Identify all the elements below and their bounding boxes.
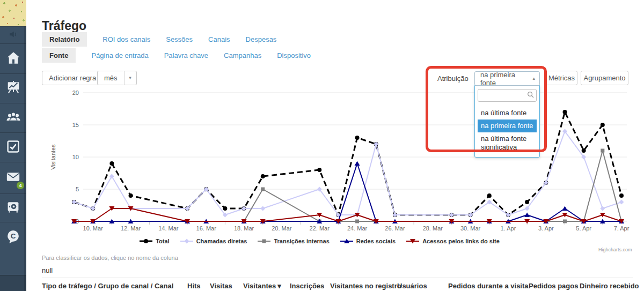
search-icon	[527, 91, 534, 98]
secondary-tabs: FontePágina de entradaPalavra chaveCampa…	[42, 48, 311, 63]
sidebar: 4 C	[0, 0, 26, 291]
dropdown-options: na última fontena primeira fontena últim…	[478, 107, 537, 154]
sort-caret-icon: ▾	[277, 282, 281, 290]
traffic-chart: 05101520Visitantes10. Mar12. Mar14. Mar1…	[0, 88, 644, 249]
series-2	[242, 149, 623, 223]
metrics-label: Métricas	[548, 74, 575, 82]
dropdown-option-2[interactable]: na última fonte significativa	[478, 132, 537, 154]
legend-label: Total	[156, 238, 169, 244]
svg-text:Visitantes: Visitantes	[50, 144, 56, 170]
svg-text:14. Mar: 14. Mar	[158, 225, 179, 232]
column-header-2[interactable]: Visitas	[210, 282, 232, 290]
legend-label: Chamadas diretas	[196, 238, 247, 244]
people-icon	[6, 110, 21, 125]
svg-text:28. Mar: 28. Mar	[423, 225, 443, 232]
sidebar-item-announcements[interactable]	[0, 26, 26, 43]
column-header-8[interactable]: Pedidos pagos	[529, 282, 578, 290]
table-header-row: Tipo de tráfego / Grupo de canal / Canal…	[0, 282, 644, 291]
svg-text:16. Mar: 16. Mar	[196, 225, 217, 232]
page-title: Tráfego	[42, 19, 86, 33]
highcharts-credit[interactable]: Highcharts.com	[598, 247, 632, 252]
column-header-7[interactable]: Pedidos durante a visita	[448, 282, 529, 290]
subtab-campanhas[interactable]: Campanhas	[224, 48, 261, 63]
caret-up-icon: ▴	[532, 76, 535, 81]
dropdown-search-input[interactable]	[480, 90, 529, 101]
legend-item-3[interactable]: Redes sociais	[340, 238, 396, 244]
tab-sessões[interactable]: Sessões	[166, 32, 193, 47]
attribution-select[interactable]: na primeira fonte ▴	[474, 71, 540, 86]
legend-square-icon	[257, 238, 271, 244]
svg-text:1. Apr: 1. Apr	[501, 225, 516, 232]
subtab-dispositivo[interactable]: Dispositivo	[277, 48, 311, 63]
legend-label: Redes sociais	[356, 238, 396, 244]
tab-relatório[interactable]: Relatório	[42, 32, 87, 47]
chat-c-icon: C	[6, 229, 20, 246]
sidebar-item-vault[interactable]	[0, 193, 26, 222]
mail-badge: 4	[17, 182, 24, 189]
column-header-3[interactable]: Visitantes▾	[243, 282, 276, 290]
dropdown-option-1[interactable]: na primeira fonte	[478, 120, 537, 132]
tab-despesas[interactable]: Despesas	[246, 32, 277, 47]
speaker-muted-icon	[9, 31, 18, 40]
caret-down-icon: ▾	[129, 76, 131, 80]
grouping-label: Agrupamento	[583, 74, 625, 82]
metrics-button[interactable]: Métricas	[546, 71, 577, 85]
attribution-label: Atribuição	[437, 74, 469, 83]
sidebar-item-chat[interactable]: C	[0, 222, 26, 252]
attribution-dropdown: na última fontena primeira fontena últim…	[474, 85, 540, 158]
add-rule-label: Adicionar regra	[49, 74, 96, 82]
legend-circle-icon	[139, 238, 153, 244]
period-value: mês	[98, 74, 124, 82]
svg-text:5. Apr: 5. Apr	[576, 225, 591, 232]
column-header-9[interactable]: Dinheiro recebido	[580, 282, 639, 290]
dropdown-search[interactable]	[478, 89, 537, 102]
svg-text:12. Mar: 12. Mar	[121, 225, 141, 232]
table-divider	[42, 278, 633, 278]
svg-text:20. Mar: 20. Mar	[272, 225, 292, 232]
chart-legend: TotalChamadas diretasTransições internas…	[48, 238, 590, 244]
period-select[interactable]: mês ▾	[97, 71, 137, 85]
dropdown-option-0[interactable]: na última fonte	[478, 107, 537, 120]
tab-canais[interactable]: Canais	[208, 32, 230, 47]
svg-text:5: 5	[76, 186, 79, 192]
sidebar-item-analytics[interactable]	[0, 73, 26, 103]
svg-text:26. Mar: 26. Mar	[385, 225, 405, 232]
checkbox-icon	[6, 140, 20, 155]
legend-label: Acessos pelos links do site	[422, 238, 500, 244]
null-text: null	[42, 266, 53, 274]
svg-text:C: C	[11, 232, 16, 240]
column-header-5[interactable]: Visitantes no registro	[330, 282, 401, 290]
sidebar-footer	[0, 275, 26, 291]
chart-board-icon	[6, 80, 20, 96]
subtab-fonte[interactable]: Fonte	[42, 48, 76, 63]
svg-text:7. Apr: 7. Apr	[614, 225, 630, 232]
app-logo[interactable]	[0, 0, 26, 26]
column-header-1[interactable]: Hits	[187, 282, 201, 290]
svg-text:18. Mar: 18. Mar	[234, 225, 254, 232]
svg-text:15: 15	[72, 122, 79, 128]
tab-roi-dos-canais[interactable]: ROI dos canais	[103, 32, 150, 47]
attribution-value: na primeira fonte	[480, 71, 532, 87]
legend-diamond-icon	[180, 238, 194, 244]
subtab-palavra-chave[interactable]: Palavra chave	[164, 48, 208, 63]
legend-item-0[interactable]: Total	[139, 238, 169, 244]
column-header-6[interactable]: Usuários	[397, 282, 427, 290]
legend-item-2[interactable]: Transições internas	[257, 238, 329, 244]
sort-hint-text: Para classificar os dados, clique no nom…	[42, 255, 178, 261]
column-header-4[interactable]: Inscrições	[290, 282, 324, 290]
legend-item-4[interactable]: Acessos pelos links do site	[406, 238, 500, 244]
legend-triangle-up-icon	[340, 238, 354, 244]
sidebar-item-home[interactable]	[0, 43, 26, 73]
legend-triangle-down-icon	[406, 238, 420, 244]
svg-text:10. Mar: 10. Mar	[83, 225, 104, 232]
svg-text:24. Mar: 24. Mar	[347, 225, 368, 232]
sidebar-item-tasks[interactable]	[0, 132, 26, 162]
grouping-button[interactable]: Agrupamento	[581, 71, 628, 85]
column-header-0[interactable]: Tipo de tráfego / Grupo de canal / Canal	[42, 282, 173, 290]
sidebar-item-contacts[interactable]	[0, 103, 26, 132]
svg-text:10: 10	[72, 154, 79, 160]
grid: 05101520	[72, 89, 627, 225]
subtab-página-de-entrada[interactable]: Página de entrada	[91, 48, 148, 63]
legend-item-1[interactable]: Chamadas diretas	[180, 238, 247, 244]
sidebar-item-mail[interactable]: 4	[0, 162, 26, 193]
